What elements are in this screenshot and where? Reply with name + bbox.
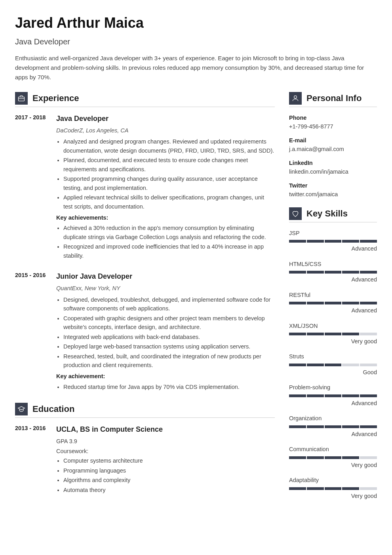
skill-bar-segment [307, 394, 324, 397]
info-block: Twittertwitter.com/jamaica [289, 181, 377, 199]
key-skills-title: Key Skills [306, 207, 348, 220]
coursework-item: Computer systems architecture [63, 456, 275, 465]
bullet-item: Analyzed and designed program changes. R… [63, 137, 275, 155]
skill-name: Organization [289, 414, 377, 423]
skill-bar [289, 425, 377, 428]
skill-bar-segment [307, 271, 324, 274]
skill-item: AdaptabilityVery good [289, 476, 377, 500]
skill-bar-segment [325, 271, 342, 274]
skill-bar-segment [325, 425, 342, 428]
skill-bar-segment [325, 240, 342, 243]
achievement-item: Recognized and improved code inefficienc… [63, 242, 275, 260]
skill-bar-segment [289, 487, 306, 490]
bullet-item: Supported programming changes during qua… [63, 174, 275, 192]
svg-point-1 [294, 96, 297, 98]
skill-bar-segment [325, 333, 342, 335]
info-value: linkedin.com/in/jamaica [289, 167, 377, 176]
coursework-item: Algorithms and complexity [63, 476, 275, 484]
skill-bar-segment [289, 425, 306, 428]
skill-bar-segment [360, 394, 377, 397]
skill-item: Problem-solvingAdvanced [289, 383, 377, 408]
skill-level: Advanced [289, 244, 377, 253]
gpa-text: GPA 3.9 [56, 437, 275, 446]
skill-bar [289, 364, 377, 366]
skill-bar-segment [342, 456, 359, 459]
skill-item: XML/JSONVery good [289, 322, 377, 346]
skill-name: Struts [289, 352, 377, 361]
skill-bar-segment [342, 364, 359, 366]
education-title: Education [32, 402, 74, 416]
experience-entry: 2015 - 2016Junior Java DeveloperQuantExx… [15, 271, 275, 394]
skill-bar-segment [289, 271, 306, 274]
skill-bar-segment [289, 240, 306, 243]
skill-name: HTML5/CSS [289, 260, 377, 268]
skill-bar-segment [342, 302, 359, 304]
date-range: 2015 - 2016 [15, 271, 50, 394]
skill-bar-segment [325, 487, 342, 490]
education-header: Education [15, 402, 275, 418]
skill-bar-segment [360, 487, 377, 490]
bullet-item: Applied relevant technical skills to del… [63, 193, 275, 211]
skill-item: JSPAdvanced [289, 229, 377, 253]
skill-bar-segment [325, 302, 342, 304]
skill-item: StrutsGood [289, 352, 377, 377]
skill-level: Advanced [289, 430, 377, 438]
date-range: 2013 - 2016 [15, 424, 50, 497]
skill-bar-segment [342, 394, 359, 397]
position-title: Java Developer [56, 113, 275, 124]
skill-bar [289, 333, 377, 335]
bullet-item: Cooperated with graphic designers and ot… [63, 314, 275, 332]
achievements-label: Key achievement: [56, 372, 275, 381]
position-title: Junior Java Developer [56, 271, 275, 282]
skill-bar-segment [360, 240, 377, 243]
coursework-item: Programming languages [63, 466, 275, 475]
skill-bar-segment [342, 487, 359, 490]
skill-item: HTML5/CSSAdvanced [289, 260, 377, 284]
skill-level: Very good [289, 492, 377, 500]
skill-name: Communication [289, 445, 377, 454]
info-label: Twitter [289, 181, 377, 190]
bullet-item: Designed, developed, troubleshot, debugg… [63, 295, 275, 313]
personal-info-title: Personal Info [306, 92, 362, 105]
info-value: twitter.com/jamaica [289, 190, 377, 199]
skill-level: Very good [289, 337, 377, 346]
skill-bar-segment [360, 425, 377, 428]
skill-bar-segment [360, 271, 377, 274]
skill-level: Advanced [289, 399, 377, 408]
skill-bar [289, 394, 377, 397]
info-value: j.a.maica@gmail.com [289, 145, 377, 153]
skill-bar-segment [289, 364, 306, 366]
skill-bar-segment [342, 333, 359, 335]
date-range: 2017 - 2018 [15, 113, 50, 262]
skill-item: RESTfulAdvanced [289, 291, 377, 315]
education-entry: 2013 - 2016UCLA, BS in Computer ScienceG… [15, 424, 275, 497]
key-skills-header: Key Skills [289, 207, 377, 222]
info-block: E-mailj.a.maica@gmail.com [289, 136, 377, 154]
skill-bar-segment [360, 302, 377, 304]
svg-rect-0 [19, 97, 25, 101]
person-icon [289, 92, 302, 105]
skill-bar-segment [289, 302, 306, 304]
graduation-cap-icon [15, 403, 28, 415]
bullet-item: Deployed large web-based transaction sys… [63, 342, 275, 351]
skill-name: XML/JSON [289, 322, 377, 330]
skill-bar [289, 240, 377, 243]
achievement-item: Reduced startup time for Java apps by 70… [63, 383, 275, 391]
skill-bar-segment [342, 425, 359, 428]
skill-bar-segment [289, 394, 306, 397]
experience-header: Experience [15, 92, 275, 107]
skill-name: JSP [289, 229, 377, 237]
experience-title: Experience [32, 92, 79, 105]
skill-bar-segment [289, 333, 306, 335]
coursework-label: Coursework: [56, 447, 275, 455]
skill-bar-segment [307, 240, 324, 243]
skill-level: Very good [289, 461, 377, 469]
skill-item: CommunicationVery good [289, 445, 377, 469]
skill-bar-segment [360, 456, 377, 459]
skill-bar-segment [360, 364, 377, 366]
skill-bar [289, 456, 377, 459]
achievement-item: Achieved a 30% reduction in the app's me… [63, 224, 275, 241]
skill-bar-segment [307, 487, 324, 490]
skill-level: Advanced [289, 306, 377, 315]
skill-bar-segment [307, 302, 324, 304]
